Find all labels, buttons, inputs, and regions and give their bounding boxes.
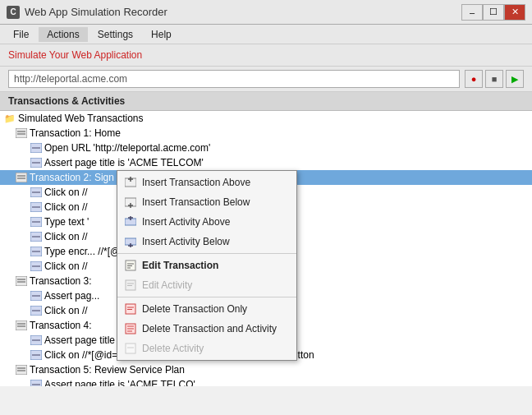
t2a4-label: Click on //	[44, 231, 88, 242]
edit-activity-icon	[124, 279, 137, 292]
tree-container[interactable]: 📁 Simulated Web Transactions Transaction…	[0, 111, 532, 386]
transaction-4-label: Transaction 4:	[30, 320, 92, 331]
tree-transaction-1[interactable]: Transaction 1: Home	[0, 126, 532, 141]
root-folder-icon: 📁	[3, 112, 16, 125]
ctx-insert-activity-above[interactable]: Insert Activity Above	[117, 212, 296, 232]
tree-activity-t1a1[interactable]: Open URL 'http://teleportal.acme.com'	[0, 141, 532, 155]
transaction-5-label: Transaction 5: Review Service Plan	[30, 364, 185, 376]
insert-transaction-below-icon	[124, 196, 137, 209]
transaction-3-icon	[15, 274, 28, 288]
context-menu: Insert Transaction Above Insert Transact…	[117, 170, 297, 361]
transaction-1-label: Transaction 1: Home	[30, 127, 121, 139]
svg-rect-0	[16, 128, 27, 138]
svg-rect-69	[126, 344, 135, 353]
t2a2-label: Click on //	[44, 201, 88, 213]
svg-rect-29	[16, 320, 27, 330]
ctx-insert-transaction-below[interactable]: Insert Transaction Below	[117, 192, 296, 212]
url-buttons: ● ■ ▶	[465, 70, 524, 88]
tree-activity-t1a2[interactable]: Assert page title is 'ACME TELCOM'	[0, 155, 532, 170]
title-bar-left: C Web App Simulation Recorder	[7, 6, 167, 19]
tree-root[interactable]: 📁 Simulated Web Transactions	[0, 111, 532, 126]
ctx-delete-transaction-and-activity-label: Delete Transaction and Activity	[142, 323, 277, 334]
t2a1-label: Click on //	[44, 187, 88, 198]
ctx-divider-1	[117, 253, 296, 254]
ctx-delete-activity: Delete Activity	[117, 339, 296, 358]
tree-transaction-5[interactable]: Transaction 5: Review Service Plan	[0, 362, 532, 377]
svg-rect-36	[16, 365, 27, 375]
activity-icon-t2a4	[30, 230, 43, 243]
section-header: Transactions & Activities	[0, 92, 532, 111]
delete-transaction-and-activity-icon	[124, 322, 137, 335]
activity-icon-t2a1	[30, 186, 43, 199]
insert-activity-below-icon	[124, 235, 137, 248]
menu-actions[interactable]: Actions	[39, 27, 87, 42]
activity-icon-t4a2	[30, 348, 43, 362]
activity-icon-t3a2	[30, 304, 43, 317]
ctx-insert-activity-below-label: Insert Activity Below	[142, 236, 230, 247]
t3a1-label: Assert pag...	[44, 290, 99, 302]
minimize-button[interactable]: –	[461, 4, 483, 21]
ctx-insert-transaction-above[interactable]: Insert Transaction Above	[117, 173, 296, 192]
maximize-button[interactable]: ☐	[483, 4, 504, 21]
transaction-4-icon	[15, 319, 28, 332]
insert-transaction-above-icon	[124, 176, 137, 189]
transaction-5-icon	[15, 363, 28, 376]
activity-icon	[30, 141, 43, 154]
activity-icon-t3a1	[30, 289, 43, 302]
menu-settings[interactable]: Settings	[89, 27, 141, 42]
insert-activity-above-icon	[124, 215, 137, 228]
close-button[interactable]: ✕	[504, 4, 525, 21]
ctx-edit-transaction-label: Edit Transaction	[142, 260, 218, 271]
transaction-2-label: Transaction 2: Sign In	[30, 172, 125, 183]
ctx-insert-activity-above-label: Insert Activity Above	[142, 216, 230, 228]
stop-button[interactable]: ■	[485, 70, 503, 88]
url-input[interactable]	[8, 70, 460, 88]
tree-root-label: Simulated Web Transactions	[18, 113, 144, 124]
toolbar: Simulate Your Web Application	[0, 44, 532, 67]
ctx-insert-transaction-below-label: Insert Transaction Below	[142, 196, 250, 208]
menu-help[interactable]: Help	[143, 27, 180, 42]
ctx-divider-2	[117, 297, 296, 297]
ctx-insert-activity-below[interactable]: Insert Activity Below	[117, 232, 296, 251]
t3a2-label: Click on //	[44, 305, 88, 316]
t2a3-label: Type text '	[44, 216, 89, 228]
delete-transaction-only-icon	[124, 302, 137, 316]
t1a1-label: Open URL 'http://teleportal.acme.com'	[44, 142, 210, 154]
edit-transaction-icon	[124, 259, 137, 272]
ctx-edit-activity: Edit Activity	[117, 275, 296, 295]
transaction-icon	[15, 127, 28, 140]
activity-icon-t2a2	[30, 201, 43, 214]
activity-icon-2	[30, 156, 43, 169]
activity-icon-t2a6	[30, 260, 43, 273]
ctx-delete-transaction-only[interactable]: Delete Transaction Only	[117, 299, 296, 319]
activity-icon-t2a3	[30, 215, 43, 228]
window-title: Web App Simulation Recorder	[25, 6, 167, 18]
ctx-edit-activity-label: Edit Activity	[142, 279, 192, 291]
ctx-insert-transaction-above-label: Insert Transaction Above	[142, 177, 250, 188]
svg-rect-7	[16, 173, 27, 182]
transaction-2-icon	[15, 171, 28, 184]
record-button[interactable]: ●	[465, 70, 483, 88]
menu-file[interactable]: File	[5, 27, 37, 42]
play-button[interactable]: ▶	[506, 70, 524, 88]
ctx-delete-transaction-and-activity[interactable]: Delete Transaction and Activity	[117, 319, 296, 339]
tree-activity-t5a1[interactable]: Assert page title is 'ACME TELCO'	[0, 377, 532, 386]
app-icon: C	[7, 6, 20, 19]
ctx-delete-transaction-only-label: Delete Transaction Only	[142, 303, 247, 315]
ctx-delete-activity-label: Delete Activity	[142, 343, 204, 354]
delete-activity-icon	[124, 342, 137, 355]
svg-rect-39	[30, 380, 42, 386]
ctx-edit-transaction[interactable]: Edit Transaction	[117, 256, 296, 275]
activity-icon-t5a1	[30, 378, 43, 386]
menu-bar: File Actions Settings Help	[0, 25, 532, 44]
t5a1-label: Assert page title is 'ACME TELCO'	[44, 379, 195, 386]
title-bar: C Web App Simulation Recorder – ☐ ✕	[0, 0, 532, 25]
url-bar: ● ■ ▶	[0, 67, 532, 92]
activity-icon-t4a1	[30, 334, 43, 347]
t1a2-label: Assert page title is 'ACME TELCOM'	[44, 157, 204, 168]
svg-rect-22	[16, 276, 27, 286]
t2a6-label: Click on //	[44, 261, 88, 272]
transaction-3-label: Transaction 3:	[30, 275, 92, 287]
window-controls[interactable]: – ☐ ✕	[461, 4, 525, 21]
simulate-link[interactable]: Simulate Your Web Application	[8, 49, 142, 61]
